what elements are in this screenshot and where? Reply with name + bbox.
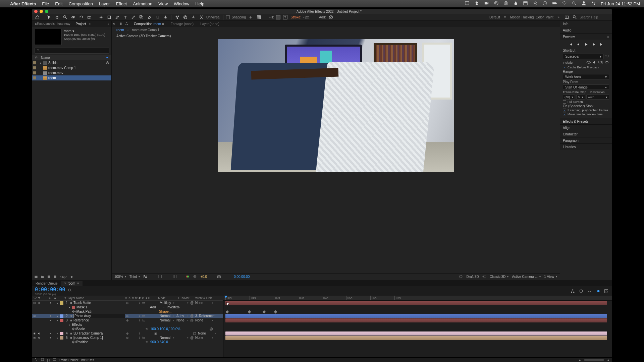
tab-effect-controls[interactable]: Effect Controls Photo Aray: [32, 21, 73, 26]
snapshot-icon[interactable]: [217, 275, 221, 279]
draft3d-tl-icon[interactable]: [578, 289, 584, 294]
range-dropdown[interactable]: Work Area▾: [563, 74, 609, 79]
workspace-overflow-icon[interactable]: »: [555, 15, 561, 20]
track-photoaray[interactable]: [225, 314, 607, 318]
flow-current[interactable]: room: [116, 28, 124, 32]
flow-next[interactable]: room.mov Comp 1: [132, 28, 159, 32]
resolution-dropdown[interactable]: Third: [129, 275, 140, 279]
movetime-checkbox[interactable]: ✓: [563, 113, 566, 116]
stroke-label[interactable]: Stroke:: [291, 15, 302, 19]
views-dropdown[interactable]: 1 View: [544, 275, 557, 279]
status-timemachine-icon[interactable]: [542, 1, 547, 7]
workspace-paint[interactable]: Paint: [546, 15, 553, 19]
include-video-icon[interactable]: [586, 60, 591, 65]
menu-edit[interactable]: Edit: [55, 1, 62, 6]
layer-row[interactable]: ●▸3■Reference⊕/fxNormalNone@None: [32, 318, 223, 322]
project-col-sort-icon[interactable]: [105, 56, 109, 60]
status-dropbox-icon[interactable]: [474, 1, 479, 7]
menu-window[interactable]: Window: [174, 1, 189, 6]
shortcut-dropdown[interactable]: Spacebar▾: [563, 54, 604, 59]
grid-icon[interactable]: [165, 275, 169, 279]
menu-file[interactable]: File: [42, 1, 49, 6]
status-wifi-icon[interactable]: [562, 1, 567, 7]
timeline-tracks[interactable]: 00s01s02s03s04s05s06s07s: [223, 296, 612, 357]
framerate-dropdown[interactable]: (30)▾: [563, 95, 575, 100]
shy-icon[interactable]: [587, 289, 592, 294]
project-col-name[interactable]: Name: [41, 56, 105, 60]
layer-row[interactable]: ●▸5■[room.mov Comp 1]⊕/fxNormal@None: [32, 336, 223, 340]
menu-animation[interactable]: Animation: [133, 1, 152, 6]
panel-overflow-icon[interactable]: »: [107, 22, 109, 26]
track-reference[interactable]: [225, 318, 607, 322]
color-mgmt-icon[interactable]: [193, 275, 197, 279]
3d-axis-icon[interactable]: [190, 15, 196, 20]
panel-effects-presets[interactable]: Effects & Presets: [560, 118, 612, 124]
camera-dropdown[interactable]: Active Camera ...: [512, 275, 541, 279]
col-trkmat[interactable]: T TrkMat: [177, 296, 194, 300]
motionblur-icon[interactable]: [595, 289, 601, 294]
preview-res-dropdown[interactable]: Auto▾: [586, 95, 609, 100]
status-controlcenter-icon[interactable]: [591, 1, 596, 7]
flow-chevron-icon[interactable]: ‹: [127, 28, 128, 32]
exposure-value[interactable]: +0.0: [200, 275, 207, 279]
tab-layer[interactable]: Layer (none): [198, 21, 222, 26]
color-depth-icon[interactable]: [53, 275, 57, 279]
rotobrush-tool-icon[interactable]: [154, 15, 160, 20]
status-drop-icon[interactable]: [513, 1, 518, 7]
brush-tool-icon[interactable]: [130, 15, 136, 20]
status-globe-icon[interactable]: [503, 1, 508, 7]
composition-viewer[interactable]: [112, 39, 560, 273]
tab-project[interactable]: Project: [73, 21, 89, 26]
layer-row[interactable]: �चौMask PathShape...: [32, 309, 223, 314]
play-icon[interactable]: [584, 42, 588, 47]
comp-lock-icon[interactable]: [119, 22, 124, 26]
status-calendar-icon[interactable]: [523, 1, 528, 7]
timeline-search-icon[interactable]: [68, 288, 72, 294]
camera-tool-icon[interactable]: [86, 15, 92, 20]
col-mode[interactable]: Mode: [158, 296, 177, 300]
toggle-render-icon[interactable]: [53, 358, 56, 362]
project-row-comp1[interactable]: room.mov Comp 1: [32, 65, 111, 70]
panel-info[interactable]: Info: [560, 21, 612, 27]
panel-character[interactable]: Character: [560, 131, 612, 137]
draft3d-label[interactable]: Draft 3D: [466, 275, 479, 279]
status-bluetooth-icon[interactable]: [533, 1, 538, 7]
transparency-grid-icon[interactable]: [143, 275, 147, 279]
status-rect-icon[interactable]: [465, 1, 470, 7]
fullscreen-checkbox[interactable]: [563, 100, 566, 104]
layer-row[interactable]: ▸Mask 1AddInverted: [32, 305, 223, 309]
zoom-in-icon[interactable]: ▲: [607, 358, 610, 362]
project-item-name[interactable]: room ▾: [64, 29, 105, 33]
text-tool-icon[interactable]: [122, 15, 128, 20]
layer-row[interactable]: ●▸2★Photo Aray⊕/fxNormalA.Inv@3. Referen…: [32, 314, 223, 318]
status-battery-icon[interactable]: [552, 1, 557, 7]
ifcaching-checkbox[interactable]: ✓: [563, 109, 566, 112]
prev-frame-icon[interactable]: [576, 42, 581, 47]
track-roomcomp[interactable]: [225, 336, 607, 340]
tab-footage[interactable]: Footage (none): [168, 21, 196, 26]
comp-mini-flow-icon[interactable]: [570, 289, 576, 294]
interpret-icon[interactable]: [34, 275, 38, 279]
project-items[interactable]: ▸Solids room.mov Comp 1 room.mov room: [32, 60, 111, 274]
status-camera-icon[interactable]: [484, 1, 489, 7]
snap-grid-icon[interactable]: [256, 15, 262, 20]
orbit-tool-icon[interactable]: [70, 15, 76, 20]
menu-effect[interactable]: Effect: [116, 1, 127, 6]
keyframe[interactable]: [274, 310, 277, 314]
layer-row[interactable]: ●▸4■3D Tracker Camera⊕/▣@None: [32, 331, 223, 336]
close-button[interactable]: [34, 10, 38, 13]
tab-composition[interactable]: Composition room ≡: [131, 21, 167, 26]
track-trackmatte[interactable]: [225, 301, 607, 305]
project-search-input[interactable]: [34, 48, 109, 54]
maximize-button[interactable]: [45, 10, 48, 13]
timeline-timecode[interactable]: 0:00:00:00: [35, 287, 65, 293]
snap-opt-icon[interactable]: [248, 15, 254, 20]
project-row-mov[interactable]: room.mov: [32, 70, 111, 75]
snapping-checkbox[interactable]: [226, 15, 230, 19]
keyframe[interactable]: [248, 310, 251, 314]
layer-row[interactable]: �चौPosition⟲960.0,540.0: [32, 340, 223, 344]
new-folder-icon[interactable]: [41, 275, 44, 279]
channel-icon[interactable]: [185, 275, 190, 279]
eraser-tool-icon[interactable]: [146, 15, 152, 20]
status-user-icon[interactable]: [581, 1, 586, 7]
